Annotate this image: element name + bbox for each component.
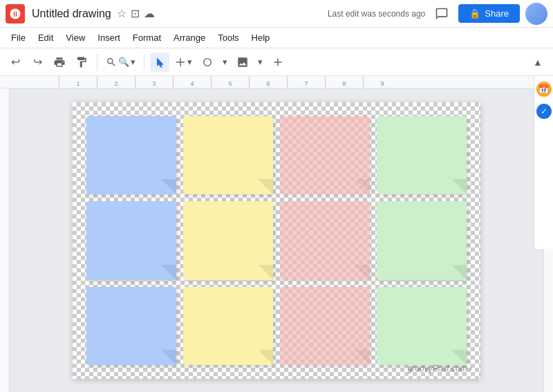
lock-icon: 🔒 bbox=[469, 8, 480, 19]
side-icons-panel: 📅 ✓ bbox=[534, 76, 553, 249]
last-edit-text: Last edit was seconds ago bbox=[328, 9, 425, 19]
ruler-tick-6: 6 bbox=[249, 76, 287, 88]
shape-chevron: ▾ bbox=[223, 57, 227, 67]
tasks-icon[interactable]: ✓ bbox=[536, 104, 552, 119]
toolbar: ↩ ↪ 🔍 ▾ ▾ ▾ ▾ ▲ bbox=[0, 48, 553, 76]
titlebar: Untitled drawing ☆ ⊡ ☁ Last edit was sec… bbox=[0, 0, 553, 28]
select-tool[interactable] bbox=[150, 53, 169, 72]
image-chevron: ▾ bbox=[258, 57, 263, 67]
sticky-note-9[interactable] bbox=[86, 287, 176, 365]
folder-icon[interactable]: ⊡ bbox=[131, 7, 140, 20]
sticky-note-7[interactable] bbox=[280, 201, 370, 279]
watermark: groovyPost.com › bbox=[408, 364, 472, 373]
svg-point-0 bbox=[204, 58, 212, 66]
ruler-scale: 123456789 bbox=[59, 76, 401, 88]
ruler-tick-1: 1 bbox=[59, 76, 97, 88]
menu-item-format[interactable]: Format bbox=[127, 30, 167, 46]
menu-item-view[interactable]: View bbox=[60, 30, 91, 46]
sticky-note-10[interactable] bbox=[183, 287, 273, 365]
shape-tool[interactable] bbox=[198, 53, 217, 72]
title-icons: ☆ ⊡ ☁ bbox=[117, 7, 155, 20]
user-avatar[interactable] bbox=[525, 3, 547, 25]
image-tool[interactable] bbox=[233, 53, 252, 72]
left-panel bbox=[0, 88, 10, 392]
line-chevron: ▾ bbox=[187, 57, 192, 67]
menu-item-arrange[interactable]: Arrange bbox=[168, 30, 211, 46]
drawing-canvas[interactable]: groovyPost.com › bbox=[73, 102, 480, 379]
menu-item-tools[interactable]: Tools bbox=[212, 30, 244, 46]
ruler-tick-9: 9 bbox=[363, 76, 401, 88]
zoom-chevron: ▾ bbox=[131, 57, 135, 67]
menubar: FileEditViewInsertFormatArrangeToolsHelp bbox=[0, 28, 553, 48]
zoom-level: 🔍 bbox=[118, 57, 129, 67]
paint-format-button[interactable] bbox=[72, 53, 91, 72]
canvas-area[interactable]: groovyPost.com › bbox=[10, 88, 543, 392]
menu-item-edit[interactable]: Edit bbox=[32, 30, 59, 46]
star-icon[interactable]: ☆ bbox=[117, 7, 126, 20]
sticky-note-4[interactable] bbox=[377, 116, 467, 194]
zoom-dropdown[interactable]: 🔍 ▾ bbox=[103, 55, 138, 69]
sticky-note-3[interactable] bbox=[280, 116, 370, 194]
cloud-icon[interactable]: ☁ bbox=[144, 7, 155, 20]
line-tool[interactable]: ▾ bbox=[172, 55, 195, 69]
ruler: 123456789 bbox=[0, 76, 553, 88]
sticky-note-11[interactable] bbox=[280, 287, 370, 365]
comment-button[interactable] bbox=[431, 3, 453, 25]
notes-grid bbox=[73, 102, 480, 379]
sticky-note-8[interactable] bbox=[377, 201, 467, 279]
sticky-note-2[interactable] bbox=[183, 116, 273, 194]
sticky-note-6[interactable] bbox=[183, 201, 273, 279]
redo-button[interactable]: ↪ bbox=[28, 53, 47, 72]
calendar-icon[interactable]: 📅 bbox=[536, 82, 552, 97]
doc-title[interactable]: Untitled drawing bbox=[32, 8, 111, 20]
undo-button[interactable]: ↩ bbox=[6, 53, 25, 72]
ruler-tick-2: 2 bbox=[97, 76, 135, 88]
menu-item-file[interactable]: File bbox=[6, 30, 31, 46]
main-area: groovyPost.com › bbox=[0, 88, 553, 392]
ruler-tick-7: 7 bbox=[287, 76, 325, 88]
separator-1 bbox=[97, 54, 97, 71]
more-tools[interactable] bbox=[268, 53, 288, 72]
share-button[interactable]: 🔒 Share bbox=[458, 4, 520, 23]
image-dropdown[interactable]: ▾ bbox=[255, 55, 265, 68]
share-label: Share bbox=[485, 8, 509, 19]
shape-dropdown[interactable]: ▾ bbox=[220, 55, 230, 68]
collapse-toolbar-button[interactable]: ▲ bbox=[528, 53, 547, 72]
header-right: Last edit was seconds ago 🔒 Share bbox=[328, 3, 547, 25]
google-logo[interactable] bbox=[6, 4, 25, 24]
print-button[interactable] bbox=[50, 53, 69, 72]
ruler-tick-5: 5 bbox=[211, 76, 249, 88]
sticky-note-5[interactable] bbox=[86, 201, 176, 279]
ruler-tick-3: 3 bbox=[135, 76, 173, 88]
separator-2 bbox=[144, 54, 144, 71]
sticky-note-1[interactable] bbox=[86, 116, 176, 194]
menu-item-insert[interactable]: Insert bbox=[92, 30, 126, 46]
ruler-tick-4: 4 bbox=[173, 76, 211, 88]
menu-item-help[interactable]: Help bbox=[246, 30, 276, 46]
sticky-note-12[interactable] bbox=[377, 287, 467, 365]
ruler-tick-8: 8 bbox=[325, 76, 363, 88]
